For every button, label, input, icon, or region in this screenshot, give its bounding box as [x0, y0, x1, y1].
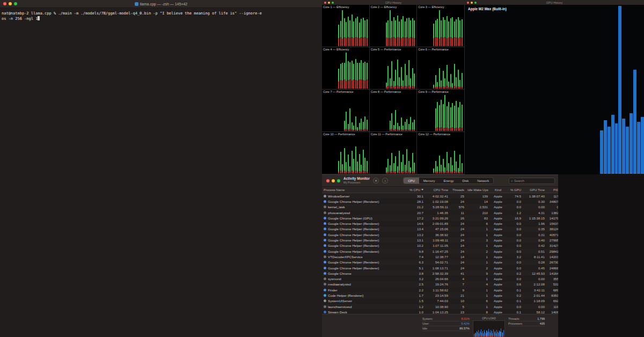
column-threads[interactable]: Threads — [450, 188, 466, 192]
table-row[interactable]: Google Chrome Helper (Renderer)28.11:02:… — [322, 199, 558, 204]
counts-box: Threads:1,799 Processes:435 — [508, 317, 545, 326]
terminal-titlebar: llama.cpp — -zsh — 145×42 — [0, 0, 322, 8]
process-wake-cell: 1 — [466, 294, 489, 297]
process-name-cell: kernel_task — [322, 205, 407, 209]
cpu-percent-box: System:8.01% User:5.42% Idle:86.57% — [422, 317, 470, 331]
table-row[interactable]: Google Chrome Helper (Renderer)6.354:02.… — [322, 260, 558, 265]
process-th-cell: 23 — [450, 310, 466, 314]
process-wake-cell: 139 — [466, 194, 489, 198]
process-pid-cell: 15637 — [546, 222, 558, 225]
process-cpu-cell: 5.1 — [407, 266, 425, 270]
table-row[interactable]: Google Chrome Helper (Renderer)13.11:09:… — [322, 237, 558, 243]
tab-cpu[interactable]: CPU — [404, 178, 419, 184]
table-row[interactable]: SystemUIServer1.57:44.03106Apple0.11:18.… — [322, 298, 558, 304]
core-history-chart — [323, 95, 368, 131]
inspect-process-button[interactable]: i — [382, 178, 388, 184]
core-history-chart — [418, 53, 463, 89]
process-th-cell: 9 — [450, 288, 466, 292]
process-icon — [324, 211, 326, 214]
process-kind-cell: Apple — [489, 294, 507, 297]
table-row[interactable]: kernel_task21.25:28:56.115762,531Apple0.… — [322, 204, 558, 210]
table-row[interactable]: Google Chrome Helper (Renderer)13.236:38… — [322, 232, 558, 237]
column-idle-wake-ups[interactable]: Idle Wake Ups — [466, 188, 489, 192]
process-icon — [324, 294, 326, 297]
stop-icon: ✕ — [375, 179, 377, 182]
window-title-block: Activity Monitor My Processes — [343, 177, 370, 184]
process-cpu-cell: 13.1 — [407, 238, 425, 242]
process-gtime-cell: 1:38:07.40 — [523, 194, 546, 198]
table-row[interactable]: sysmond3.226:04.6641Apple0.00.00355root — [322, 276, 558, 281]
process-kind-cell: Apple — [489, 260, 507, 264]
process-wake-cell: 83 — [466, 216, 489, 220]
tab-disk[interactable]: Disk — [458, 178, 473, 184]
table-row[interactable]: Google Chrome Helper (Renderer)5.11:08:1… — [322, 265, 558, 270]
close-button[interactable] — [326, 179, 330, 182]
table-row[interactable]: Google Chrome Helper (Renderer)10.21:07:… — [322, 243, 558, 248]
tab-energy[interactable]: Energy — [439, 178, 458, 184]
column-cpu-time[interactable]: CPU Time — [425, 188, 450, 192]
process-wake-cell: 6 — [466, 222, 489, 225]
processes-label: Processes: — [508, 322, 523, 325]
column-cpu[interactable]: % CPU — [407, 188, 425, 192]
tab-memory[interactable]: Memory — [419, 178, 440, 184]
process-time-cell: 7:44.03 — [425, 299, 450, 303]
table-row[interactable]: photoanalysisd20.71:46.3511210Apple1.24.… — [322, 210, 558, 215]
process-gpu-cell: 1.2 — [507, 211, 523, 215]
process-wake-cell: 2 — [466, 266, 489, 270]
process-th-cell: 4 — [450, 277, 466, 281]
core-history-chart — [371, 137, 415, 173]
column-pid[interactable]: PID — [546, 188, 558, 192]
column-gpu-time[interactable]: GPU Time — [523, 188, 546, 192]
core-label: Core 8 — Performance — [371, 90, 401, 93]
table-row[interactable]: Google Chrome Helper (Renderer)13.447:15… — [322, 226, 558, 232]
gpu-history-title: GPU History — [465, 1, 644, 4]
process-icon — [324, 195, 326, 197]
process-name: SystemUIServer — [328, 299, 352, 303]
minimize-button[interactable] — [332, 179, 335, 182]
process-th-cell: 21 — [450, 294, 466, 297]
process-gtime-cell: 1:18.09 — [523, 299, 546, 303]
core-chart-cell: Core 7 — Performance — [322, 90, 370, 132]
process-wake-cell: 210 — [466, 211, 489, 215]
process-wake-cell: 9 — [466, 272, 489, 275]
table-row[interactable]: launchservicesd1.210:38.9051Apple0.00.00… — [322, 304, 558, 309]
search-input[interactable]: ⌕ Search — [509, 178, 555, 184]
zoom-button[interactable] — [337, 179, 340, 182]
process-name: sysmond — [328, 277, 341, 281]
terminal-title: llama.cpp — -zsh — 145×42 — [0, 2, 322, 6]
process-wake-cell: 14 — [466, 200, 489, 203]
process-icon — [324, 228, 326, 230]
process-wake-cell: 6 — [466, 299, 489, 303]
column-gpu[interactable]: % GPU — [507, 188, 523, 192]
stop-process-button[interactable]: ✕ — [373, 178, 379, 184]
process-pid-cell: 531 — [546, 282, 558, 286]
table-row[interactable]: Code Helper (Renderer)1.723:14.59211Appl… — [322, 292, 558, 298]
process-gtime-cell: 1.96 — [523, 222, 546, 225]
column-kind[interactable]: Kind — [489, 188, 507, 192]
traffic-lights — [326, 179, 340, 182]
user-label: User: — [422, 322, 429, 325]
table-row[interactable]: Google Chrome Helper (Renderer)9.81:16:4… — [322, 248, 558, 254]
core-label: Core 11 — Performance — [371, 133, 402, 136]
table-row[interactable]: Finder2.21:11:58.6291Apple0.13:42.11689n… — [322, 287, 558, 292]
tab-network[interactable]: Network — [473, 178, 493, 184]
table-row[interactable]: VTDecoderXPCService7.412:38.77141Apple3.… — [322, 254, 558, 259]
process-kind-cell: Apple — [489, 194, 507, 198]
table-row[interactable]: WindowServer30.14:02:32.4125139Apple74.5… — [322, 193, 558, 199]
process-icon — [324, 277, 326, 280]
core-label: Core 1 — Efficiency — [323, 5, 349, 9]
table-row[interactable]: Google Chrome3.82:58:32.39419Apple0.212:… — [322, 270, 558, 276]
process-name-cell: Code Helper (Renderer) — [322, 294, 407, 297]
process-gpu-cell: 0.2 — [507, 294, 523, 297]
column-process-name[interactable]: Process Name — [322, 188, 407, 192]
terminal-output[interactable]: nat@natmbp-2 llama.cpp % ./main -m ./mod… — [0, 8, 322, 25]
process-icon — [324, 255, 326, 258]
table-row[interactable]: mediaanalysisd2.519:24.7674Apple0.62:12.… — [322, 282, 558, 287]
process-name: kernel_task — [328, 205, 345, 209]
process-wake-cell: 1 — [466, 244, 489, 247]
process-name: Google Chrome — [328, 272, 352, 275]
table-row[interactable]: Google Chrome Helper (Renderer)14.62:09:… — [322, 221, 558, 226]
core-history-chart — [418, 95, 463, 131]
process-gtime-cell: 2:01.44 — [523, 294, 546, 297]
table-row[interactable]: Google Chrome Helper (GPU)17.23:21:09.26… — [322, 215, 558, 221]
